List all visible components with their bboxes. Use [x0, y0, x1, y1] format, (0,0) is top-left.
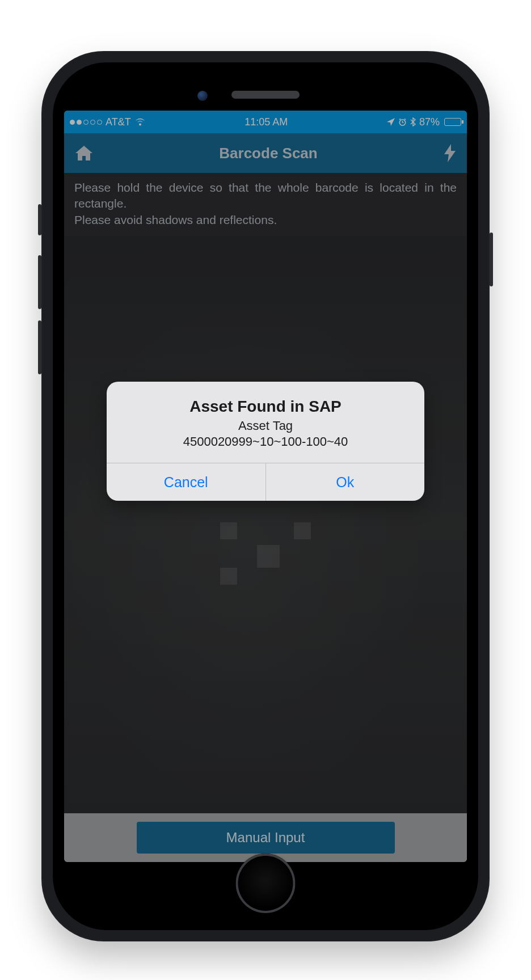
phone-frame: AT&T 11:05 AM 87%: [41, 51, 490, 941]
phone-bezel: AT&T 11:05 AM 87%: [53, 62, 478, 930]
front-camera: [197, 91, 208, 101]
volume-down-button[interactable]: [38, 320, 41, 374]
alert-button-row: Cancel Ok: [107, 463, 424, 501]
alert-body: Asset Found in SAP Asset Tag 4500020999~…: [107, 382, 424, 463]
alert-dialog: Asset Found in SAP Asset Tag 4500020999~…: [107, 382, 424, 501]
cancel-button[interactable]: Cancel: [107, 463, 266, 501]
ok-button[interactable]: Ok: [266, 463, 425, 501]
alert-title: Asset Found in SAP: [120, 398, 411, 416]
alert-asset-tag: 4500020999~10~100-100~40: [120, 434, 411, 450]
screen: AT&T 11:05 AM 87%: [64, 111, 467, 862]
alert-subtitle-label: Asset Tag: [120, 418, 411, 434]
mute-switch[interactable]: [38, 204, 41, 235]
volume-up-button[interactable]: [38, 255, 41, 309]
earpiece: [231, 91, 300, 99]
hardware-home-button[interactable]: [236, 854, 296, 913]
power-button[interactable]: [490, 233, 493, 286]
